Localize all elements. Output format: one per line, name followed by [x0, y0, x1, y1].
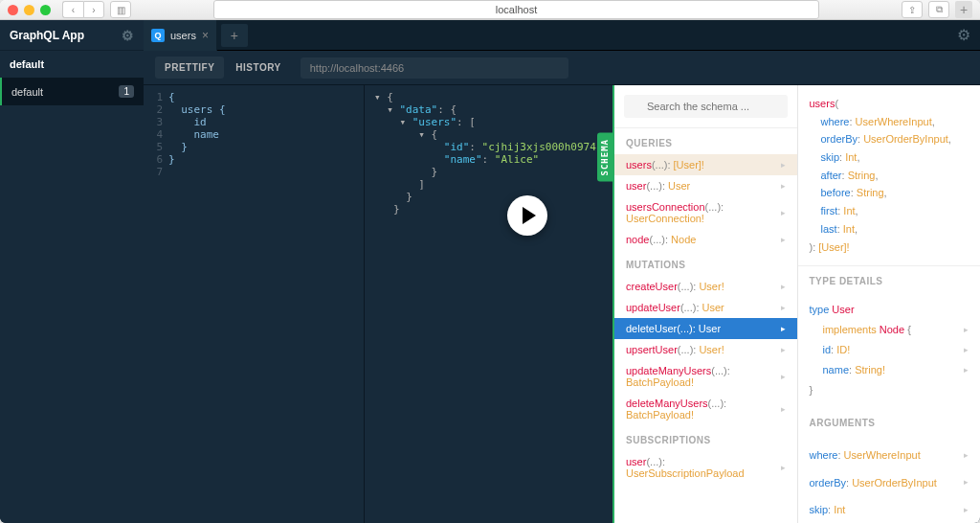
close-icon[interactable]: ×: [202, 29, 209, 42]
tabs-button[interactable]: ⧉: [928, 1, 949, 18]
doc-item[interactable]: user(...): User▸: [614, 175, 797, 196]
chevron-right-icon: ▸: [964, 474, 969, 490]
add-tab-button[interactable]: +: [221, 24, 248, 47]
chevron-right-icon: ▸: [964, 502, 969, 518]
chevron-right-icon: ▸: [781, 160, 786, 170]
argument-row[interactable]: orderBy: UserOrderByInput▸: [810, 469, 969, 497]
docs-pane: QUERIES users(...): [User]!▸user(...): U…: [612, 85, 980, 523]
endpoint-item[interactable]: default 1: [0, 78, 144, 105]
queries-heading: QUERIES: [614, 128, 797, 154]
chevron-right-icon: ▸: [964, 447, 969, 464]
docs-column-right: users( where: UserWhereInput,orderBy: Us…: [797, 85, 981, 523]
result-pane: ▾ { ▾ "data": { ▾ "users": [ ▾ { "id": "…: [364, 85, 612, 523]
new-tab-button[interactable]: +: [955, 1, 972, 18]
doc-item[interactable]: users(...): [User]!▸: [614, 154, 797, 175]
tabs-row: Q users × + ⚙: [144, 20, 980, 51]
execute-button[interactable]: [507, 195, 547, 236]
doc-item[interactable]: deleteManyUsers(...): BatchPayload!▸: [614, 393, 797, 425]
chevron-right-icon: ▸: [781, 303, 786, 312]
share-button[interactable]: ⇪: [902, 1, 923, 18]
back-button[interactable]: ‹: [62, 1, 83, 18]
chevron-right-icon: ▸: [781, 324, 786, 333]
app-title: GraphQL App: [10, 29, 84, 42]
mutations-heading: MUTATIONS: [614, 250, 797, 276]
minimize-window-button[interactable]: [24, 5, 34, 15]
search-input[interactable]: [624, 95, 788, 118]
query-editor[interactable]: 1{ 2 users { 3 id 4 name 5 } 6} 7: [144, 85, 364, 523]
subscriptions-heading: SUBSCRIPTIONS: [614, 425, 797, 451]
chevron-right-icon: ▸: [781, 463, 786, 472]
sidebar-header: GraphQL App ⚙: [0, 20, 144, 51]
schema-tab[interactable]: SCHEMA: [597, 133, 612, 182]
endpoint-input[interactable]: http://localhost:4466: [301, 57, 568, 79]
endpoint-label: default: [11, 86, 43, 98]
prettify-button[interactable]: PRETTIFY: [155, 57, 224, 79]
doc-item[interactable]: updateManyUsers(...): BatchPayload!▸: [614, 360, 797, 393]
chevron-right-icon: ▸: [781, 372, 786, 381]
sidebar-toggle-button[interactable]: ▥: [110, 1, 131, 18]
chevron-right-icon: ▸: [781, 404, 786, 414]
type-details-heading: TYPE DETAILS: [798, 266, 981, 292]
argument-row[interactable]: where: UserWhereInput▸: [810, 442, 969, 469]
docs-column-left: QUERIES users(...): [User]!▸user(...): U…: [614, 85, 797, 523]
signature-block: users( where: UserWhereInput,orderBy: Us…: [798, 85, 981, 266]
type-field[interactable]: name: String!▸: [810, 360, 969, 380]
sidebar: GraphQL App ⚙ default default 1: [0, 20, 144, 523]
chevron-right-icon: ▸: [781, 208, 786, 217]
forward-button[interactable]: ›: [83, 1, 104, 18]
chevron-right-icon: ▸: [781, 345, 786, 354]
chevron-right-icon: ▸: [781, 181, 786, 191]
doc-item[interactable]: node(...): Node▸: [614, 229, 797, 250]
doc-item[interactable]: user(...): UserSubscriptionPayload▸: [614, 451, 797, 484]
arguments-heading: ARGUMENTS: [798, 408, 981, 434]
main-area: Q users × + ⚙ PRETTIFY HISTORY http://lo…: [144, 20, 980, 523]
query-tab-icon: Q: [151, 29, 165, 42]
gear-icon[interactable]: ⚙: [122, 28, 134, 43]
argument-row[interactable]: skip: Int▸: [810, 496, 969, 523]
endpoint-badge: 1: [119, 85, 134, 98]
query-tab[interactable]: Q users ×: [144, 20, 217, 51]
maximize-window-button[interactable]: [40, 5, 51, 15]
doc-item[interactable]: upsertUser(...): User!▸: [614, 339, 797, 360]
doc-item[interactable]: updateUser(...): User▸: [614, 297, 797, 318]
type-detail: type User implements Node {▸ id: ID!▸nam…: [798, 292, 981, 407]
type-field[interactable]: id: ID!▸: [810, 340, 969, 360]
chevron-right-icon[interactable]: ▸: [964, 322, 969, 338]
doc-item[interactable]: createUser(...): User!▸: [614, 276, 797, 297]
editor-area: 1{ 2 users { 3 id 4 name 5 } 6} 7 ▾ { ▾ …: [144, 85, 980, 523]
toolbar: PRETTIFY HISTORY http://localhost:4466: [144, 51, 980, 85]
traffic-lights: [8, 5, 51, 15]
chevron-right-icon: ▸: [964, 362, 969, 378]
settings-icon[interactable]: ⚙: [957, 26, 970, 44]
doc-item[interactable]: deleteUser(...): User▸: [614, 318, 797, 339]
query-tab-label: users: [170, 30, 196, 41]
address-bar[interactable]: localhost: [213, 0, 819, 19]
doc-item[interactable]: usersConnection(...): UserConnection!▸: [614, 196, 797, 229]
project-item[interactable]: default: [0, 51, 144, 78]
chevron-right-icon: ▸: [964, 342, 969, 358]
chevron-right-icon: ▸: [781, 235, 786, 244]
history-button[interactable]: HISTORY: [226, 57, 290, 79]
app-window: ‹ › ▥ localhost ⇪ ⧉ + GraphQL App ⚙ defa…: [0, 0, 980, 523]
app-body: GraphQL App ⚙ default default 1 Q users …: [0, 20, 980, 523]
chevron-right-icon: ▸: [781, 282, 786, 291]
browser-chrome: ‹ › ▥ localhost ⇪ ⧉ +: [0, 0, 980, 20]
result-json: ▾ { ▾ "data": { ▾ "users": [ ▾ { "id": "…: [374, 91, 603, 216]
close-window-button[interactable]: [8, 5, 18, 15]
